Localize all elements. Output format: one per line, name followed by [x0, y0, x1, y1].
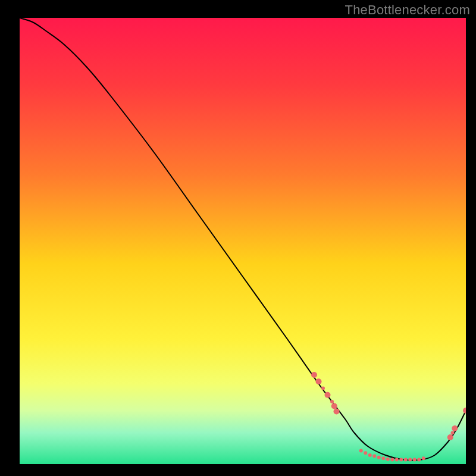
highlight-dot: [368, 453, 372, 457]
highlight-dot: [311, 372, 317, 378]
highlight-dot: [381, 456, 385, 460]
plot-area: [20, 18, 466, 464]
highlight-dot: [452, 425, 458, 431]
highlight-dot: [364, 451, 367, 455]
highlight-dot: [404, 458, 408, 462]
highlight-dot: [451, 431, 455, 435]
highlight-dot: [399, 458, 403, 462]
watermark-text: TheBottlenecker.com: [345, 2, 470, 18]
highlight-dot: [372, 455, 376, 458]
highlight-dot: [447, 434, 453, 440]
highlight-dot: [330, 400, 334, 403]
highlight-dot: [316, 378, 322, 384]
plot-svg: [20, 18, 466, 464]
highlight-dot: [390, 458, 394, 462]
highlight-dot: [408, 458, 412, 462]
highlight-dot: [417, 458, 421, 462]
highlight-dot: [331, 403, 337, 409]
chart-stage: TheBottlenecker.com: [0, 0, 476, 476]
highlight-dot: [422, 456, 425, 460]
gradient-rect: [20, 18, 466, 464]
highlight-dot: [325, 392, 331, 398]
highlight-dot: [334, 409, 340, 415]
highlight-dot: [377, 456, 381, 459]
highlight-dot: [386, 458, 390, 461]
highlight-dot: [413, 458, 416, 462]
highlight-dot: [395, 458, 399, 462]
highlight-dot: [359, 449, 363, 453]
highlight-dot: [321, 387, 325, 390]
